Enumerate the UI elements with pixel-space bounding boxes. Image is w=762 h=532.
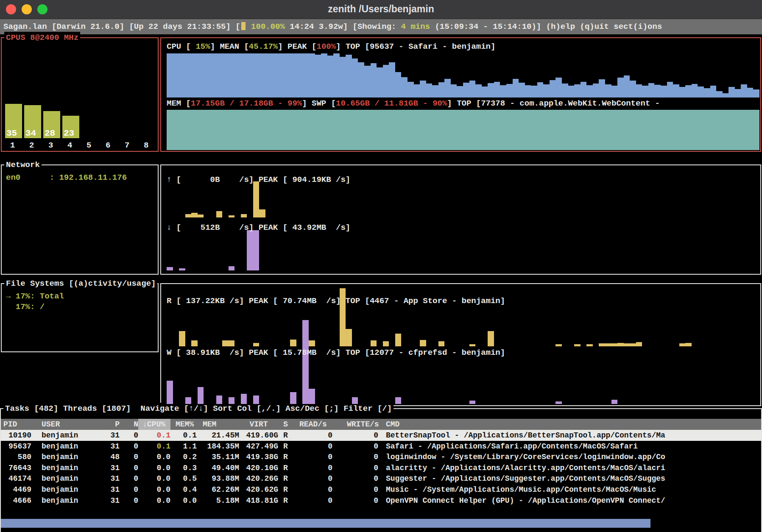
cpu-history-panel[interactable]: CPU [ 15%] MEAN [45.17%] PEAK [100%] TOP…	[160, 37, 761, 152]
net-down-line: ↓ [ 512B /s] PEAK [ 43.92MB /s]	[167, 223, 350, 233]
task-cell-p: 31	[99, 473, 120, 484]
battery-percent: 100.00%	[251, 22, 285, 31]
task-cell-virt: 419.38G	[239, 451, 278, 462]
tasks-panel[interactable]: Tasks [482] Threads [1807] Navigate [↑/↓…	[0, 408, 762, 532]
cpu-core-bar: 34	[24, 40, 43, 138]
task-cell-write: 0	[332, 430, 378, 441]
column-header-p[interactable]: P	[99, 419, 120, 430]
status-bar: Sagan.lan [Darwin 21.6.0] [Up 22 days 21…	[0, 19, 762, 34]
task-cell-n: 0	[120, 441, 138, 452]
task-cell-mem: 184.35M	[197, 441, 239, 452]
os-uptime: [Darwin 21.6.0] [Up 22 days 21:33:55] [	[47, 22, 240, 31]
column-header-pid[interactable]: PID	[1, 419, 31, 430]
column-header-read[interactable]: READ/s	[293, 419, 332, 430]
column-header-virt[interactable]: VIRT	[239, 419, 278, 430]
task-cell-read: 0	[293, 495, 332, 506]
task-row[interactable]: 4469benjamin3100.00.462.26M420.62GR00Mus…	[1, 484, 761, 495]
swap-used: 10.65GB / 11.81GB - 90%	[336, 99, 447, 108]
task-cell-mem: 62.26M	[197, 484, 239, 495]
task-cell-user: benjamin	[31, 441, 99, 452]
column-header-cmd[interactable]: CMD	[378, 419, 761, 430]
task-cell-cmd: BetterSnapTool - /Applications/BetterSna…	[378, 430, 761, 441]
task-cell-pid: 95637	[1, 441, 31, 452]
task-cell-n: 0	[120, 484, 138, 495]
task-cell-user: benjamin	[31, 451, 99, 462]
task-cell-virt: 420.26G	[239, 473, 278, 484]
network-interface: en0 : 192.168.11.176	[6, 173, 127, 182]
column-header-s[interactable]: S	[278, 419, 293, 430]
disk-write-line: W [ 38.91KB /s] PEAK [ 15.78MB /s] TOP […	[167, 348, 505, 358]
window-titlebar: zenith /Users/benjamin	[0, 0, 762, 19]
column-header-user[interactable]: USER	[31, 419, 99, 430]
disk-graphs-panel[interactable]: R [ 137.22KB /s] PEAK [ 70.74MB /s] TOP …	[160, 283, 761, 406]
task-cell-cpu: 0.0	[138, 451, 170, 462]
task-cell-write: 0	[332, 451, 378, 462]
cpus-panel[interactable]: CPUS 8@2400 MHz 35342823 12345678	[1, 37, 159, 152]
column-header-mem_pct[interactable]: MEM%	[170, 419, 197, 430]
task-cell-cmd: alacritty - /Applications/Alacritty.app/…	[378, 462, 761, 474]
task-cell-read: 0	[293, 462, 332, 474]
task-cell-n: 0	[120, 473, 138, 484]
network-graphs-panel[interactable]: ↑ [ 0B /s] PEAK [ 904.19KB /s] ↓ [ 512B …	[160, 164, 761, 275]
cpu-current: 15%	[195, 42, 210, 51]
task-row[interactable]: 580benjamin4800.00.235.11M419.38GR00logi…	[1, 451, 761, 462]
task-cell-mem_pct: 0.0	[170, 495, 197, 506]
fs-item-total[interactable]: → 17%: Total	[6, 292, 64, 301]
cpu-core-bar: 28	[43, 40, 62, 138]
task-row[interactable]: 76643benjamin3100.00.349.40M420.10GR00al…	[1, 462, 761, 474]
task-cell-user: benjamin	[31, 430, 99, 441]
task-row[interactable]: 4666benjamin3100.00.05.18M418.81GR00Open…	[1, 495, 761, 506]
task-cell-s: R	[278, 441, 293, 452]
task-cell-cmd: loginwindow - /System/Library/CoreServic…	[378, 451, 761, 462]
task-cell-mem_pct: 0.1	[170, 430, 197, 441]
task-cell-cpu: 0.0	[138, 484, 170, 495]
task-row[interactable]: 95637benjamin3100.11.1184.35M427.49GR00S…	[1, 441, 761, 452]
column-header-mem[interactable]: MEM	[197, 419, 239, 430]
iface-name: en0	[6, 173, 20, 182]
task-cell-pid: 4666	[1, 495, 31, 506]
cpu-core-bar: 35	[5, 40, 24, 138]
task-cell-virt: 418.81G	[239, 495, 278, 506]
network-panel[interactable]: Network en0 : 192.168.11.176	[1, 164, 159, 275]
task-cell-write: 0	[332, 462, 378, 474]
task-cell-read: 0	[293, 473, 332, 484]
task-cell-virt: 427.49G	[239, 441, 278, 452]
task-cell-pid: 76643	[1, 462, 31, 474]
task-cell-mem: 93.88M	[197, 473, 239, 484]
power-and-showing-label: 14:24 3.92w] [Showing:	[285, 22, 401, 31]
battery-gauge-icon	[241, 22, 246, 30]
task-cell-cmd: Music - /System/Applications/Music.app/C…	[378, 484, 761, 495]
task-cell-write: 0	[332, 441, 378, 452]
column-header-cpu[interactable]: ↓CPU%	[138, 419, 170, 430]
task-cell-user: benjamin	[31, 495, 99, 506]
task-cell-virt: 420.62G	[239, 484, 278, 495]
task-cell-n: 0	[120, 462, 138, 474]
task-cell-pid: 10190	[1, 430, 31, 441]
filesystems-panel-title: File Systems [(a)ctivity/usage]	[4, 278, 157, 290]
task-cell-p: 31	[99, 462, 120, 474]
task-row[interactable]: 46174benjamin3100.00.593.88M420.26GR00Su…	[1, 473, 761, 484]
cpu-core-axis-labels: 12345678	[5, 141, 158, 150]
task-cell-s: R	[278, 451, 293, 462]
task-row[interactable]: 10190benjamin3100.10.121.45M419.60GR00Be…	[1, 430, 761, 441]
task-cell-virt: 420.10G	[239, 462, 278, 474]
cpu-core-bar	[81, 40, 100, 138]
task-cell-s: R	[278, 430, 293, 441]
task-cell-mem: 5.18M	[197, 495, 239, 506]
task-cell-mem: 49.40M	[197, 462, 239, 474]
showing-range-and-keys[interactable]: (15:09:34 - 15:14:10)] (h)elp (q)uit sec…	[430, 22, 662, 31]
mem-summary-line: MEM [17.15GB / 17.18GB - 99%] SWP [10.65…	[167, 98, 660, 109]
column-header-write[interactable]: WRITE/s	[332, 419, 378, 430]
fs-item-root[interactable]: 17%: /	[6, 302, 45, 312]
task-cell-n: 0	[120, 430, 138, 441]
task-cell-n: 0	[120, 451, 138, 462]
task-cell-cpu: 0.0	[138, 462, 170, 474]
column-header-n[interactable]: N	[120, 419, 138, 430]
net-up-line: ↑ [ 0B /s] PEAK [ 904.19KB /s]	[167, 175, 350, 185]
task-cell-s: R	[278, 495, 293, 506]
filesystems-panel[interactable]: File Systems [(a)ctivity/usage] → 17%: T…	[1, 283, 159, 352]
task-cell-p: 48	[99, 451, 120, 462]
task-cell-read: 0	[293, 484, 332, 495]
task-cell-cmd: OpenVPN Connect Helper (GPU) - /Applicat…	[378, 495, 761, 506]
task-cell-virt: 419.60G	[239, 430, 278, 441]
